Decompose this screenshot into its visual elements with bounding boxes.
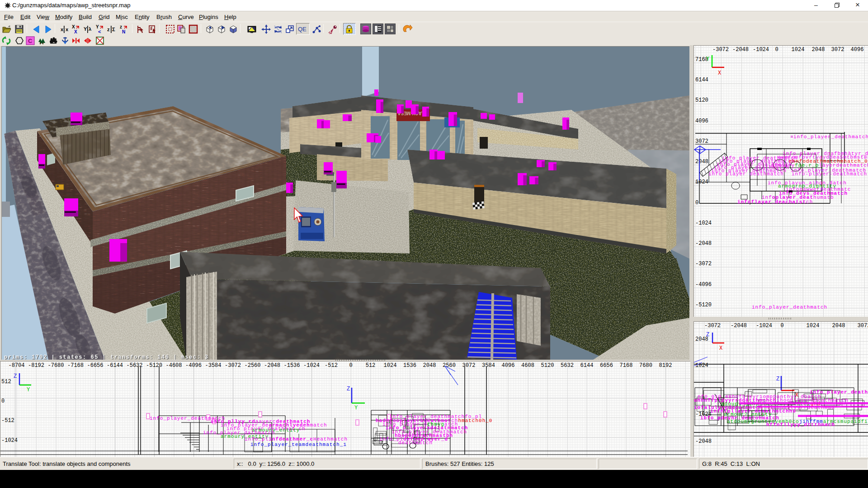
svg-text:Y: Y [706, 56, 709, 62]
svg-text:z: z [107, 27, 110, 32]
svg-text:x: x [61, 27, 64, 32]
svg-text:z: z [120, 24, 122, 29]
svg-text:Y: Y [354, 405, 358, 411]
svg-text:Y: Y [84, 26, 87, 32]
svg-text:Z: Z [706, 332, 709, 338]
svg-text:X: X [718, 70, 721, 76]
svg-text:X: X [719, 345, 722, 352]
svg-text:N: N [122, 29, 125, 34]
svg-text:Z: Z [776, 376, 779, 382]
svg-text:X: X [74, 29, 77, 34]
svg-text:λ: λ [89, 26, 91, 32]
svg-text:C: C [28, 38, 33, 44]
svg-text:<: < [98, 29, 101, 34]
svg-text:x: x [66, 27, 69, 32]
svg-text:Z: Z [347, 386, 350, 392]
svg-text:X: X [72, 24, 75, 29]
svg-text:QE: QE [298, 26, 307, 33]
svg-text:Ʃ: Ʃ [112, 27, 115, 32]
svg-text:Z: Z [14, 373, 17, 380]
svg-text:Y: Y [27, 387, 30, 393]
